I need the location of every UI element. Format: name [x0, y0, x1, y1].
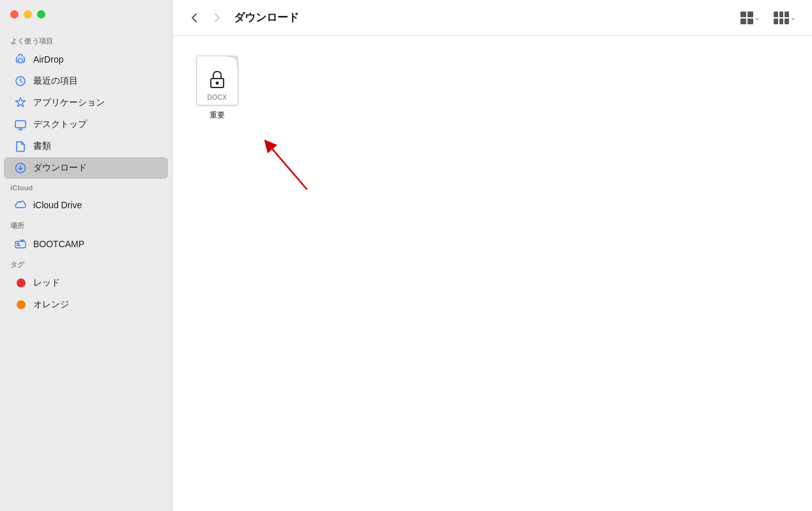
- airdrop-icon: [14, 53, 27, 66]
- toolbar: ダウンロード ⌄ ⌄: [172, 0, 812, 36]
- sidebar-item-bootcamp[interactable]: BOOTCAMP: [4, 233, 168, 255]
- desktop-icon: [14, 118, 27, 131]
- grid3-icon: [774, 11, 789, 24]
- sidebar-item-label: ダウンロード: [33, 162, 87, 174]
- tag-orange-icon: [14, 298, 27, 311]
- svg-point-8: [216, 82, 219, 85]
- gallery-view-button[interactable]: ⌄: [770, 9, 799, 27]
- back-button[interactable]: [185, 9, 203, 27]
- sidebar-item-label: アプリケーション: [33, 97, 105, 109]
- grid-view-button[interactable]: ⌄: [737, 9, 763, 27]
- sidebar: よく使う項目 AirDrop 最近の項目 アプリケーション: [0, 0, 172, 511]
- sidebar-item-label: 最近の項目: [33, 75, 78, 87]
- view-controls: ⌄ ⌄: [737, 9, 799, 27]
- arrow-annotation: [256, 125, 332, 202]
- sidebar-item-icloud-drive[interactable]: iCloud Drive: [4, 194, 168, 216]
- sidebar-item-label: iCloud Drive: [33, 200, 82, 210]
- svg-rect-4: [15, 241, 26, 248]
- recents-icon: [14, 75, 27, 88]
- sidebar-item-documents[interactable]: 書類: [4, 135, 168, 157]
- sidebar-item-tag-red[interactable]: レッド: [4, 272, 168, 294]
- sidebar-item-tag-orange[interactable]: オレンジ: [4, 294, 168, 316]
- svg-point-0: [19, 59, 23, 63]
- forward-button[interactable]: [208, 9, 226, 27]
- tag-red-icon: [14, 277, 27, 289]
- sidebar-item-label: 書類: [33, 141, 51, 152]
- locations-section-header: 場所: [0, 216, 172, 233]
- file-icon-docx: DOCX: [194, 55, 240, 106]
- file-type-label: DOCX: [208, 94, 227, 101]
- tags-section-header: タグ: [0, 255, 172, 272]
- sidebar-item-applications[interactable]: アプリケーション: [4, 92, 168, 114]
- favorites-section-header: よく使う項目: [0, 31, 172, 49]
- maximize-button[interactable]: [37, 10, 45, 19]
- sidebar-item-downloads[interactable]: ダウンロード: [4, 157, 168, 179]
- file-area: DOCX 重要: [172, 36, 812, 511]
- icloud-section-header: iCloud: [0, 179, 172, 194]
- page-title: ダウンロード: [234, 10, 732, 25]
- documents-icon: [14, 140, 27, 153]
- bootcamp-icon: [14, 238, 27, 250]
- sidebar-item-label: レッド: [33, 277, 60, 289]
- sidebar-item-recents[interactable]: 最近の項目: [4, 70, 168, 92]
- svg-rect-5: [17, 243, 19, 244]
- icloud-icon: [14, 199, 27, 211]
- minimize-button[interactable]: [24, 10, 32, 19]
- main-content: ダウンロード ⌄ ⌄: [172, 0, 812, 511]
- chevron-down-icon: ⌄: [755, 14, 760, 21]
- grid2-icon: [740, 11, 753, 24]
- downloads-icon: [14, 162, 27, 174]
- lock-icon: [208, 68, 226, 90]
- traffic-lights: [0, 10, 172, 31]
- sidebar-item-label: BOOTCAMP: [33, 239, 84, 249]
- sidebar-item-label: AirDrop: [33, 54, 63, 65]
- close-button[interactable]: [10, 10, 19, 19]
- file-name-label: 重要: [210, 110, 225, 121]
- docx-paper: DOCX: [196, 56, 238, 105]
- sidebar-item-desktop[interactable]: デスクトップ: [4, 114, 168, 135]
- file-item-docx[interactable]: DOCX 重要: [192, 55, 243, 121]
- chevron-down-icon-2: ⌄: [790, 14, 795, 21]
- sidebar-item-label: デスクトップ: [33, 119, 87, 130]
- svg-rect-6: [17, 245, 20, 246]
- sidebar-item-label: オレンジ: [33, 299, 69, 310]
- applications-icon: [14, 96, 27, 109]
- svg-rect-2: [15, 121, 26, 128]
- sidebar-item-airdrop[interactable]: AirDrop: [4, 49, 168, 70]
